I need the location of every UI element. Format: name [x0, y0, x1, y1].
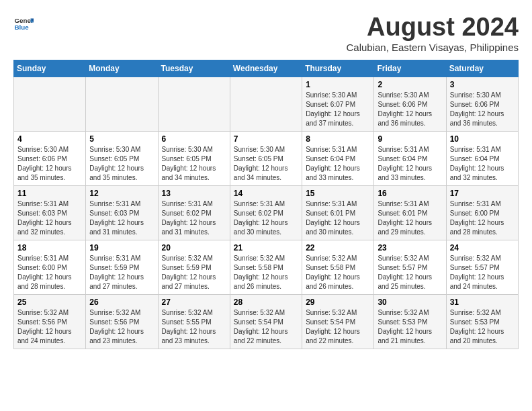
day-number: 6 — [162, 134, 226, 144]
day-number: 8 — [306, 134, 370, 144]
page-header: General Blue August 2024 Calubian, Easte… — [13, 13, 519, 53]
day-number: 12 — [89, 189, 154, 198]
day-number: 11 — [17, 189, 82, 198]
header-cell-wednesday: Wednesday — [230, 60, 302, 77]
calendar-table: SundayMondayTuesdayWednesdayThursdayFrid… — [13, 60, 519, 349]
day-cell: 26Sunrise: 5:32 AM Sunset: 5:56 PM Dayli… — [86, 294, 158, 349]
day-cell: 24Sunrise: 5:32 AM Sunset: 5:57 PM Dayli… — [446, 240, 518, 294]
day-number: 9 — [378, 134, 442, 144]
day-number: 30 — [378, 298, 442, 307]
day-number: 28 — [234, 298, 298, 307]
title-block: August 2024 Calubian, Eastern Visayas, P… — [346, 13, 519, 53]
day-info: Sunrise: 5:31 AM Sunset: 6:01 PM Dayligh… — [306, 199, 370, 237]
day-info: Sunrise: 5:32 AM Sunset: 5:57 PM Dayligh… — [450, 254, 515, 291]
day-info: Sunrise: 5:30 AM Sunset: 6:06 PM Dayligh… — [17, 145, 82, 183]
day-cell: 31Sunrise: 5:32 AM Sunset: 5:53 PM Dayli… — [446, 294, 518, 349]
header-cell-tuesday: Tuesday — [158, 60, 230, 77]
day-number: 15 — [306, 189, 370, 198]
day-info: Sunrise: 5:31 AM Sunset: 6:04 PM Dayligh… — [378, 145, 442, 183]
day-info: Sunrise: 5:32 AM Sunset: 5:54 PM Dayligh… — [306, 308, 370, 346]
day-number: 10 — [450, 134, 515, 144]
page-subtitle: Calubian, Eastern Visayas, Philippines — [346, 42, 519, 53]
day-cell: 21Sunrise: 5:32 AM Sunset: 5:58 PM Dayli… — [230, 240, 302, 294]
week-row-3: 11Sunrise: 5:31 AM Sunset: 6:03 PM Dayli… — [14, 185, 519, 240]
day-info: Sunrise: 5:32 AM Sunset: 5:55 PM Dayligh… — [162, 308, 226, 346]
header-cell-thursday: Thursday — [302, 60, 374, 77]
day-info: Sunrise: 5:32 AM Sunset: 5:54 PM Dayligh… — [234, 308, 298, 346]
header-cell-friday: Friday — [374, 60, 446, 77]
day-number: 22 — [306, 243, 370, 253]
day-cell: 19Sunrise: 5:31 AM Sunset: 5:59 PM Dayli… — [86, 240, 158, 294]
day-cell: 13Sunrise: 5:31 AM Sunset: 6:02 PM Dayli… — [158, 185, 230, 240]
day-info: Sunrise: 5:31 AM Sunset: 6:04 PM Dayligh… — [306, 145, 370, 183]
day-info: Sunrise: 5:31 AM Sunset: 6:03 PM Dayligh… — [17, 199, 82, 237]
day-number: 19 — [89, 243, 154, 253]
day-cell — [158, 77, 230, 131]
day-cell: 1Sunrise: 5:30 AM Sunset: 6:07 PM Daylig… — [302, 77, 374, 131]
day-cell: 20Sunrise: 5:32 AM Sunset: 5:59 PM Dayli… — [158, 240, 230, 294]
page-title: August 2024 — [346, 13, 519, 42]
day-info: Sunrise: 5:32 AM Sunset: 5:53 PM Dayligh… — [450, 308, 515, 346]
header-cell-monday: Monday — [86, 60, 158, 77]
day-info: Sunrise: 5:31 AM Sunset: 6:02 PM Dayligh… — [234, 199, 298, 237]
day-number: 16 — [378, 189, 442, 198]
day-number: 23 — [378, 243, 442, 253]
day-cell: 23Sunrise: 5:32 AM Sunset: 5:57 PM Dayli… — [374, 240, 446, 294]
day-number: 7 — [234, 134, 298, 144]
week-row-4: 18Sunrise: 5:31 AM Sunset: 6:00 PM Dayli… — [14, 240, 519, 294]
day-info: Sunrise: 5:30 AM Sunset: 6:06 PM Dayligh… — [378, 91, 442, 128]
day-cell: 8Sunrise: 5:31 AM Sunset: 6:04 PM Daylig… — [302, 131, 374, 185]
day-number: 18 — [17, 243, 82, 253]
day-cell: 28Sunrise: 5:32 AM Sunset: 5:54 PM Dayli… — [230, 294, 302, 349]
day-number: 13 — [162, 189, 226, 198]
week-row-1: 1Sunrise: 5:30 AM Sunset: 6:07 PM Daylig… — [14, 77, 519, 131]
day-info: Sunrise: 5:31 AM Sunset: 6:04 PM Dayligh… — [450, 145, 515, 183]
day-info: Sunrise: 5:32 AM Sunset: 5:56 PM Dayligh… — [17, 308, 82, 346]
day-info: Sunrise: 5:32 AM Sunset: 5:53 PM Dayligh… — [378, 308, 442, 346]
day-info: Sunrise: 5:31 AM Sunset: 6:03 PM Dayligh… — [89, 199, 154, 237]
day-cell: 3Sunrise: 5:30 AM Sunset: 6:06 PM Daylig… — [446, 77, 518, 131]
day-cell — [86, 77, 158, 131]
day-cell: 6Sunrise: 5:30 AM Sunset: 6:05 PM Daylig… — [158, 131, 230, 185]
week-row-5: 25Sunrise: 5:32 AM Sunset: 5:56 PM Dayli… — [14, 294, 519, 349]
day-number: 24 — [450, 243, 515, 253]
day-info: Sunrise: 5:32 AM Sunset: 5:59 PM Dayligh… — [162, 254, 226, 291]
day-cell: 9Sunrise: 5:31 AM Sunset: 6:04 PM Daylig… — [374, 131, 446, 185]
day-number: 17 — [450, 189, 515, 198]
day-number: 27 — [162, 298, 226, 307]
day-info: Sunrise: 5:30 AM Sunset: 6:06 PM Dayligh… — [450, 91, 515, 128]
day-cell: 18Sunrise: 5:31 AM Sunset: 6:00 PM Dayli… — [14, 240, 86, 294]
day-info: Sunrise: 5:32 AM Sunset: 5:56 PM Dayligh… — [89, 308, 154, 346]
header-row: SundayMondayTuesdayWednesdayThursdayFrid… — [14, 60, 519, 77]
day-info: Sunrise: 5:32 AM Sunset: 5:58 PM Dayligh… — [234, 254, 298, 291]
day-number: 1 — [306, 80, 370, 89]
day-info: Sunrise: 5:31 AM Sunset: 6:00 PM Dayligh… — [450, 199, 515, 237]
day-info: Sunrise: 5:30 AM Sunset: 6:07 PM Dayligh… — [306, 91, 370, 128]
day-info: Sunrise: 5:31 AM Sunset: 6:01 PM Dayligh… — [378, 199, 442, 237]
week-row-2: 4Sunrise: 5:30 AM Sunset: 6:06 PM Daylig… — [14, 131, 519, 185]
day-cell: 4Sunrise: 5:30 AM Sunset: 6:06 PM Daylig… — [14, 131, 86, 185]
day-cell: 12Sunrise: 5:31 AM Sunset: 6:03 PM Dayli… — [86, 185, 158, 240]
day-cell: 27Sunrise: 5:32 AM Sunset: 5:55 PM Dayli… — [158, 294, 230, 349]
day-cell: 5Sunrise: 5:30 AM Sunset: 6:05 PM Daylig… — [86, 131, 158, 185]
day-info: Sunrise: 5:32 AM Sunset: 5:57 PM Dayligh… — [378, 254, 442, 291]
day-number: 25 — [17, 298, 82, 307]
calendar-body: 1Sunrise: 5:30 AM Sunset: 6:07 PM Daylig… — [14, 77, 519, 349]
day-number: 31 — [450, 298, 515, 307]
day-number: 4 — [17, 134, 82, 144]
header-cell-sunday: Sunday — [14, 60, 86, 77]
day-cell: 25Sunrise: 5:32 AM Sunset: 5:56 PM Dayli… — [14, 294, 86, 349]
day-cell — [230, 77, 302, 131]
day-cell: 7Sunrise: 5:30 AM Sunset: 6:05 PM Daylig… — [230, 131, 302, 185]
day-cell: 22Sunrise: 5:32 AM Sunset: 5:58 PM Dayli… — [302, 240, 374, 294]
header-cell-saturday: Saturday — [446, 60, 518, 77]
day-info: Sunrise: 5:31 AM Sunset: 5:59 PM Dayligh… — [89, 254, 154, 291]
day-info: Sunrise: 5:30 AM Sunset: 6:05 PM Dayligh… — [234, 145, 298, 183]
day-number: 26 — [89, 298, 154, 307]
day-info: Sunrise: 5:32 AM Sunset: 5:58 PM Dayligh… — [306, 254, 370, 291]
day-info: Sunrise: 5:31 AM Sunset: 6:00 PM Dayligh… — [17, 254, 82, 291]
day-info: Sunrise: 5:30 AM Sunset: 6:05 PM Dayligh… — [89, 145, 154, 183]
day-cell: 2Sunrise: 5:30 AM Sunset: 6:06 PM Daylig… — [374, 77, 446, 131]
day-info: Sunrise: 5:30 AM Sunset: 6:05 PM Dayligh… — [162, 145, 226, 183]
day-number: 20 — [162, 243, 226, 253]
